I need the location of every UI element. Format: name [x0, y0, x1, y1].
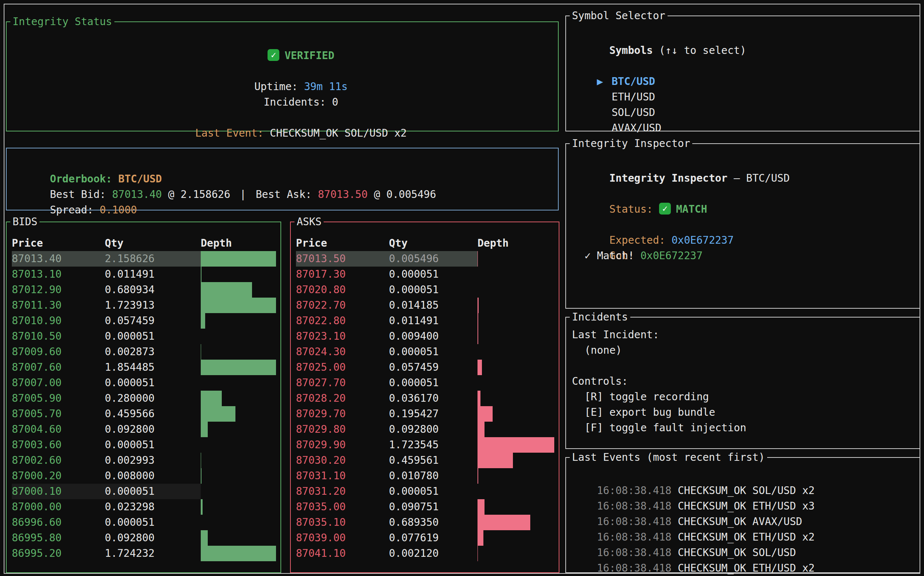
orderbook-row[interactable]: 87002.600.002993: [12, 453, 276, 468]
orderbook-label: Orderbook:: [50, 173, 118, 185]
depth-bar: [201, 546, 276, 561]
symbol-list: ▶BTC/USD ETH/USD SOL/USD AVAX/USD: [572, 58, 919, 120]
price-cell: 87002.60: [12, 453, 105, 468]
orderbook-row[interactable]: 87029.901.723545: [296, 437, 554, 453]
orderbook-row[interactable]: 87024.300.000051: [296, 344, 554, 360]
qty-cell: 0.000051: [105, 329, 201, 344]
orderbook-row[interactable]: 87013.100.011491: [12, 267, 276, 282]
status-value: MATCH: [676, 203, 707, 215]
panel-title-last-events: Last Events (most recent first): [570, 450, 767, 464]
orderbook-title-line: Orderbook: BTC/USD: [13, 156, 558, 171]
orderbook-row[interactable]: 87028.200.036170: [296, 390, 554, 406]
depth-cell: [201, 313, 276, 329]
orderbook-row[interactable]: 87017.300.000051: [296, 267, 554, 282]
orderbook-row[interactable]: 87035.000.090751: [296, 499, 554, 515]
orderbook-row[interactable]: 87000.100.000051: [12, 484, 276, 499]
depth-bar: [201, 499, 203, 515]
incidents-panel: Incidents Last Incident: (none) Controls…: [565, 317, 920, 449]
price-cell: 87000.00: [12, 499, 105, 515]
orderbook-row[interactable]: 86995.201.724232: [12, 546, 276, 561]
bids-col-depth: Depth: [201, 235, 276, 251]
best-bid-price: 87013.40: [112, 188, 162, 200]
event-log-row: 16:08:38.418CHECKSUM_OK SOL/USD x2: [572, 467, 914, 483]
qty-cell: 0.077619: [389, 530, 477, 546]
depth-bar: [201, 453, 201, 468]
control-hint: [R] toggle recording: [572, 389, 914, 405]
symbols-heading-bold: Symbols: [609, 44, 653, 56]
depth-cell: [201, 251, 276, 267]
panel-title-symbol-selector: Symbol Selector: [570, 9, 667, 23]
integrity-inspector-panel: Integrity Inspector Integrity Inspector …: [565, 143, 920, 309]
depth-bar: [201, 406, 235, 422]
orderbook-row[interactable]: 87029.700.195427: [296, 406, 554, 422]
check-badge-icon: [659, 203, 671, 214]
event-timestamp: 16:08:38.418: [597, 485, 671, 497]
depth-cell: [477, 515, 554, 530]
depth-cell: [477, 298, 554, 313]
orderbook-row[interactable]: 87007.000.000051: [12, 375, 276, 390]
orderbook-row[interactable]: 87007.601.854485: [12, 360, 276, 375]
orderbook-row[interactable]: 87020.800.000051: [296, 282, 554, 298]
panel-title-integrity-status: Integrity Status: [10, 15, 114, 29]
events-list: 16:08:38.418CHECKSUM_OK SOL/USD x2 16:08…: [572, 467, 914, 560]
orderbook-row[interactable]: 87010.900.057459: [12, 313, 276, 329]
orderbook-row[interactable]: 86995.800.092800: [12, 530, 276, 546]
orderbook-row[interactable]: 87029.800.092800: [296, 422, 554, 437]
qty-cell: 0.092800: [389, 422, 477, 437]
orderbook-row[interactable]: 87039.000.077619: [296, 530, 554, 546]
symbol-list-item[interactable]: ▶BTC/USD: [572, 58, 919, 74]
price-cell: 87000.10: [12, 484, 105, 499]
price-cell: 87007.60: [12, 360, 105, 375]
price-cell: 87031.20: [296, 484, 389, 499]
orderbook-row[interactable]: 87013.500.005496: [296, 251, 554, 267]
depth-cell: [477, 499, 554, 515]
depth-cell: [201, 530, 276, 546]
orderbook-row[interactable]: 87012.900.680934: [12, 282, 276, 298]
depth-cell: [201, 390, 276, 406]
orderbook-row[interactable]: 86996.600.000051: [12, 515, 276, 530]
orderbook-row[interactable]: 87031.100.010780: [296, 468, 554, 484]
price-cell: 87020.80: [296, 282, 389, 298]
depth-cell: [201, 375, 276, 390]
orderbook-row[interactable]: 87022.800.011491: [296, 313, 554, 329]
orderbook-row[interactable]: 87011.301.723913: [12, 298, 276, 313]
symbol-label: AVAX/USD: [611, 122, 661, 134]
depth-cell: [201, 437, 276, 453]
qty-cell: 0.689350: [389, 515, 477, 530]
price-cell: 87029.80: [296, 422, 389, 437]
qty-cell: 0.195427: [389, 406, 477, 422]
orderbook-row[interactable]: 87005.900.280000: [12, 390, 276, 406]
qty-cell: 0.000051: [389, 282, 477, 298]
orderbook-row[interactable]: 87004.600.092800: [12, 422, 276, 437]
orderbook-row[interactable]: 87003.600.000051: [12, 437, 276, 453]
orderbook-row[interactable]: 87005.700.459566: [12, 406, 276, 422]
orderbook-row[interactable]: 87000.000.023298: [12, 499, 276, 515]
orderbook-row[interactable]: 87009.600.002873: [12, 344, 276, 360]
qty-cell: 2.158626: [105, 251, 201, 267]
qty-cell: 0.011491: [105, 267, 201, 282]
orderbook-row[interactable]: 87025.000.057459: [296, 360, 554, 375]
qty-cell: 0.000051: [105, 484, 201, 499]
orderbook-row[interactable]: 87031.200.000051: [296, 484, 554, 499]
depth-bar: [477, 329, 478, 344]
depth-bar: [477, 437, 554, 453]
orderbook-row[interactable]: 87030.200.459561: [296, 453, 554, 468]
orderbook-row[interactable]: 87010.500.000051: [12, 329, 276, 344]
orderbook-row[interactable]: 87000.200.008000: [12, 468, 276, 484]
inspector-heading: Integrity Inspector — BTC/USD: [572, 155, 914, 171]
orderbook-row[interactable]: 87035.100.689350: [296, 515, 554, 530]
orderbook-row[interactable]: 87023.100.009400: [296, 329, 554, 344]
qty-cell: 0.092800: [105, 530, 201, 546]
qty-cell: 0.000051: [389, 267, 477, 282]
depth-bar: [201, 298, 276, 313]
integrity-status-panel: Integrity Status VERIFIED Uptime: 39m 11…: [6, 21, 559, 131]
orderbook-row[interactable]: 87013.402.158626: [12, 251, 276, 267]
last-events-panel: Last Events (most recent first) 16:08:38…: [565, 457, 920, 573]
price-cell: 87030.20: [296, 453, 389, 468]
orderbook-row[interactable]: 87041.100.002120: [296, 546, 554, 561]
depth-bar: [201, 360, 276, 375]
orderbook-row[interactable]: 87027.700.000051: [296, 375, 554, 390]
uptime-label: Uptime:: [254, 80, 304, 93]
qty-cell: 0.002993: [105, 453, 201, 468]
orderbook-row[interactable]: 87022.700.014185: [296, 298, 554, 313]
